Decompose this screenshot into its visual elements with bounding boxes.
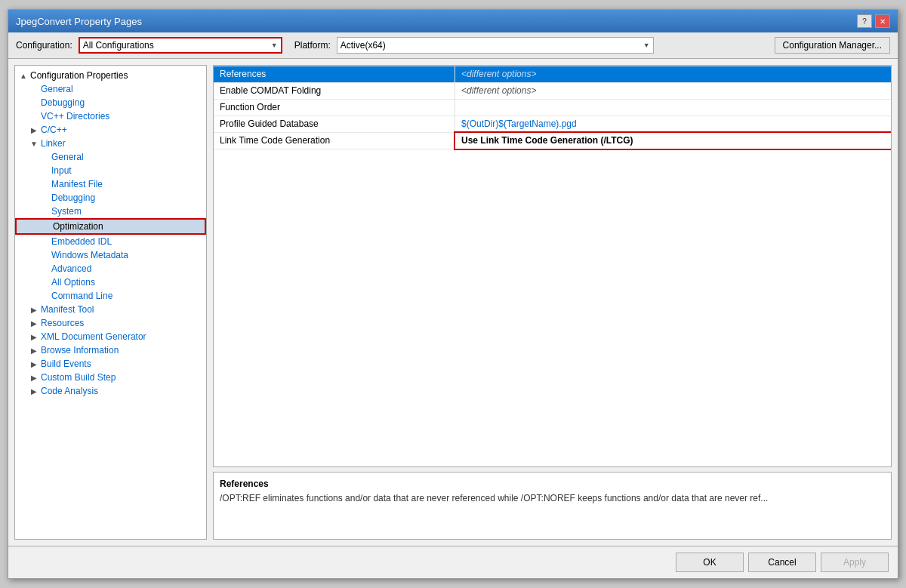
ok-button[interactable]: OK (676, 553, 744, 572)
tree-expand-icon: ▶ (29, 386, 39, 396)
tree-item-label: Browse Information (41, 345, 119, 356)
tree-item-linker-all-options[interactable]: All Options (15, 276, 206, 289)
tree-item-label: Debugging (51, 192, 95, 203)
description-panel: References /OPT:REF eliminates functions… (213, 472, 892, 540)
cancel-button[interactable]: Cancel (748, 553, 816, 572)
tree-item-linker-windows-meta[interactable]: Windows Metadata (15, 248, 206, 262)
tree-expand-icon: ▶ (29, 345, 39, 356)
tree-item-debugging[interactable]: Debugging (15, 96, 206, 109)
tree-panel: ▲Configuration PropertiesGeneralDebuggin… (14, 65, 207, 540)
tree-expand-icon: ▲ (18, 70, 29, 81)
prop-name-references: References (214, 66, 455, 82)
footer: OK Cancel Apply (8, 546, 898, 578)
prop-name-profile-guided: Profile Guided Database (214, 116, 455, 132)
dialog-title: JpegConvert Property Pages (16, 16, 142, 27)
tree-expand-icon: ▶ (29, 318, 39, 328)
tree-item-label: Debugging (41, 97, 85, 108)
property-grid: References<different options>Enable COMD… (213, 65, 892, 467)
description-title: References (220, 479, 885, 489)
config-manager-button[interactable]: Configuration Manager... (775, 37, 890, 54)
tree-item-linker-advanced[interactable]: Advanced (15, 262, 206, 276)
tree-item-label: Advanced (51, 263, 91, 274)
prop-row-profile-guided[interactable]: Profile Guided Database$(OutDir)$(Target… (214, 116, 891, 133)
tree-item-label: Configuration Properties (30, 70, 128, 81)
prop-row-link-time-code[interactable]: Link Time Code GenerationUse Link Time C… (214, 133, 891, 149)
platform-label: Platform: (294, 40, 331, 51)
platform-dropdown-arrow: ▼ (643, 42, 650, 49)
tree-item-label: VC++ Directories (41, 111, 109, 122)
prop-value-profile-guided: $(OutDir)$(TargetName).pgd (455, 116, 891, 132)
tree-item-label: Windows Metadata (51, 250, 128, 260)
config-label: Configuration: (16, 40, 72, 51)
tree-expand-icon: ▼ (29, 138, 39, 149)
tree-item-label: Input (51, 165, 72, 176)
tree-expand-icon (39, 165, 50, 176)
prop-row-references[interactable]: References<different options> (214, 66, 891, 83)
platform-value: Active(x64) (341, 40, 643, 51)
tree-item-linker-system[interactable]: System (15, 205, 206, 218)
help-button[interactable]: ? (857, 14, 872, 28)
prop-value-references: <different options> (455, 66, 891, 82)
tree-expand-icon: ▶ (29, 372, 39, 383)
tree-item-linker-embedded-idl[interactable]: Embedded IDL (15, 235, 206, 248)
config-dropdown-arrow: ▼ (271, 42, 278, 49)
tree-expand-icon (39, 236, 50, 247)
tree-item-label: Command Line (51, 291, 112, 301)
close-button[interactable]: ✕ (875, 14, 890, 28)
right-panel: References<different options>Enable COMD… (213, 65, 892, 540)
tree-item-browse-info[interactable]: ▶Browse Information (15, 343, 206, 357)
tree-item-linker-command-line[interactable]: Command Line (15, 289, 206, 303)
toolbar: Configuration: All Configurations ▼ Plat… (8, 32, 898, 59)
property-pages-dialog: JpegConvert Property Pages ? ✕ Configura… (8, 9, 898, 579)
tree-expand-icon (39, 263, 50, 274)
tree-item-label: All Options (51, 277, 95, 288)
prop-row-function-order[interactable]: Function Order (214, 100, 891, 116)
tree-item-code-analysis[interactable]: ▶Code Analysis (15, 384, 206, 398)
tree-expand-icon: ▶ (29, 359, 39, 369)
tree-item-manifest-tool[interactable]: ▶Manifest Tool (15, 303, 206, 316)
tree-expand-icon (29, 84, 39, 94)
tree-item-linker-manifest[interactable]: Manifest File (15, 177, 206, 191)
config-value: All Configurations (83, 40, 271, 51)
tree-item-linker-input[interactable]: Input (15, 164, 206, 177)
tree-item-linker-optimization[interactable]: Optimization (15, 218, 206, 235)
prop-row-enable-comdat[interactable]: Enable COMDAT Folding<different options> (214, 83, 891, 100)
prop-value-function-order (455, 100, 891, 115)
tree-item-resources[interactable]: ▶Resources (15, 316, 206, 330)
apply-button[interactable]: Apply (821, 553, 889, 572)
tree-item-label: Build Events (41, 359, 91, 369)
configuration-select[interactable]: All Configurations ▼ (79, 37, 282, 54)
tree-item-c-cpp[interactable]: ▶C/C++ (15, 123, 206, 137)
tree-item-label: Linker (41, 138, 66, 149)
tree-expand-icon: ▶ (29, 125, 39, 135)
tree-item-label: Manifest File (51, 179, 103, 189)
tree-item-label: Custom Build Step (41, 372, 116, 383)
tree-expand-icon (41, 221, 51, 232)
tree-expand-icon (39, 206, 50, 217)
description-text: /OPT:REF eliminates functions and/or dat… (220, 492, 885, 505)
platform-select[interactable]: Active(x64) ▼ (337, 37, 654, 54)
tree-item-label: Manifest Tool (41, 304, 94, 315)
tree-expand-icon (39, 291, 50, 301)
tree-expand-icon (29, 111, 39, 122)
tree-item-label: Embedded IDL (51, 236, 112, 247)
tree-item-label: General (41, 84, 73, 94)
tree-item-xml-doc[interactable]: ▶XML Document Generator (15, 330, 206, 343)
tree-expand-icon (39, 277, 50, 288)
prop-name-function-order: Function Order (214, 100, 455, 115)
tree-item-linker-general[interactable]: General (15, 150, 206, 164)
tree-item-vc-dirs[interactable]: VC++ Directories (15, 109, 206, 123)
tree-item-general[interactable]: General (15, 82, 206, 96)
prop-value-enable-comdat: <different options> (455, 83, 891, 99)
tree-item-build-events[interactable]: ▶Build Events (15, 357, 206, 371)
tree-item-config-props[interactable]: ▲Configuration Properties (15, 69, 206, 82)
tree-item-custom-build[interactable]: ▶Custom Build Step (15, 371, 206, 384)
tree-item-linker[interactable]: ▼Linker (15, 137, 206, 150)
tree-item-label: General (51, 152, 84, 162)
tree-item-label: Optimization (53, 221, 103, 232)
title-bar-controls: ? ✕ (857, 14, 890, 28)
main-content: ▲Configuration PropertiesGeneralDebuggin… (8, 59, 898, 546)
tree-expand-icon (39, 192, 50, 203)
tree-item-linker-debugging[interactable]: Debugging (15, 191, 206, 205)
tree-expand-icon (39, 179, 50, 189)
